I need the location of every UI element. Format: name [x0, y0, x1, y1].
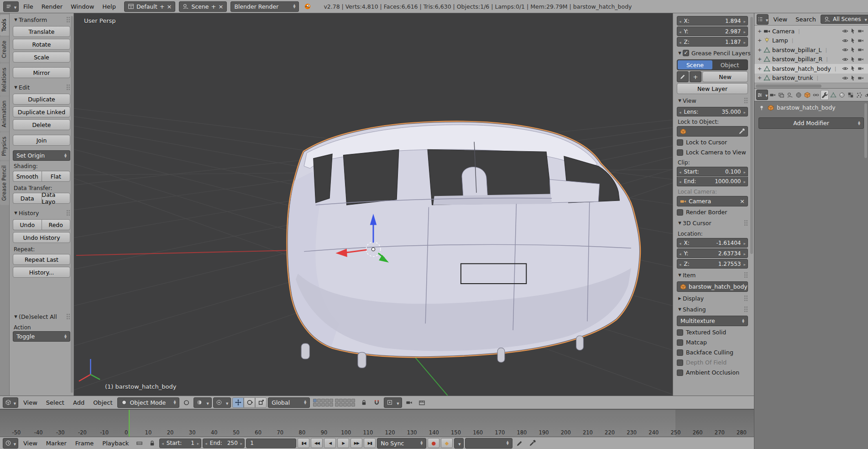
panel-drag-dots[interactable]	[66, 84, 70, 90]
renderability-camera-icon[interactable]	[858, 75, 864, 81]
editor-type-info-button[interactable]	[3, 1, 19, 12]
undo-button[interactable]: Undo	[13, 219, 42, 230]
layer-toggle[interactable]	[343, 403, 347, 407]
lock-frame-button[interactable]	[146, 438, 158, 449]
renderability-camera-icon[interactable]	[858, 65, 864, 72]
panel-drag-dots[interactable]	[744, 295, 748, 301]
panel-header-transform[interactable]: Transform	[13, 14, 70, 25]
render-border-checkbox[interactable]	[677, 209, 683, 216]
current-frame-marker[interactable]	[129, 410, 130, 437]
shade-flat-button[interactable]: Flat	[42, 171, 71, 182]
expander-icon[interactable]	[758, 28, 763, 34]
panel-drag-dots[interactable]	[744, 97, 748, 104]
add-scene-icon[interactable]	[211, 3, 216, 10]
tab-texture-icon[interactable]	[847, 90, 855, 100]
pivot-dropdown[interactable]	[213, 397, 231, 408]
visibility-eye-icon[interactable]	[842, 47, 848, 53]
auto-keyframe-button[interactable]	[441, 438, 453, 448]
keying-set-field[interactable]	[465, 438, 512, 449]
layer-toggle[interactable]	[321, 399, 325, 402]
current-frame-field[interactable]: 1	[246, 438, 296, 448]
tab-tools[interactable]: Tools	[0, 15, 9, 36]
repeat-last-button[interactable]: Repeat Last	[13, 254, 70, 265]
jump-to-end-button[interactable]	[364, 438, 376, 448]
selectability-cursor-icon[interactable]	[850, 75, 856, 81]
viewport-shading-dropdown[interactable]	[193, 397, 211, 408]
selectability-cursor-icon[interactable]	[850, 56, 856, 63]
opengl-render-button[interactable]	[403, 397, 415, 408]
play-reverse-button[interactable]	[324, 438, 336, 448]
outliner-item-label[interactable]: barstow_bpillar_R	[772, 56, 822, 63]
selectability-cursor-icon[interactable]	[850, 28, 856, 34]
clip-start-field[interactable]: Start: 0.100	[677, 167, 748, 176]
visibility-eye-icon[interactable]	[842, 75, 848, 81]
timeline-menu-frame[interactable]: Frame	[72, 440, 98, 447]
layer-toggle[interactable]	[351, 403, 355, 407]
layer-toggle[interactable]	[313, 399, 317, 402]
grease-pencil-checkbox[interactable]	[683, 50, 689, 56]
tab-render-layers-icon[interactable]	[777, 90, 785, 100]
panel-header-history[interactable]: History	[13, 207, 70, 218]
panel-drag-dots[interactable]	[744, 220, 748, 226]
tab-physics[interactable]: Physics	[0, 132, 9, 160]
selectability-cursor-icon[interactable]	[850, 65, 856, 72]
location-z-field[interactable]: Z: 1.187	[677, 37, 748, 47]
expander-icon[interactable]	[758, 75, 763, 81]
increment-arrow-icon[interactable]	[743, 18, 746, 24]
join-button[interactable]: Join	[13, 135, 70, 146]
snap-element-dropdown[interactable]	[384, 397, 402, 408]
layer-toggle[interactable]	[335, 403, 339, 407]
gp-new-button[interactable]: New	[702, 71, 748, 82]
data-button[interactable]: Data	[13, 193, 42, 204]
tab-physics-icon[interactable]	[864, 90, 868, 100]
frame-end-field[interactable]: End: 250	[203, 438, 245, 448]
tab-constraints-icon[interactable]	[812, 90, 820, 100]
decrement-arrow-icon[interactable]	[679, 250, 681, 257]
tab-scene-icon[interactable]	[786, 90, 794, 100]
editor-type-outliner-button[interactable]	[757, 14, 769, 25]
breadcrumb-object-name[interactable]: barstow_hatch_body	[777, 104, 836, 111]
decrement-arrow-icon[interactable]	[679, 240, 681, 246]
properties-scrollbar[interactable]	[864, 103, 867, 158]
depth-of-field-checkbox[interactable]	[677, 359, 683, 366]
layer-toggle[interactable]	[325, 399, 329, 402]
outliner-item-label[interactable]: barstow_hatch_body	[772, 65, 831, 72]
increment-arrow-icon[interactable]	[743, 250, 746, 257]
decrement-arrow-icon[interactable]	[679, 261, 681, 267]
render-engine-dropdown[interactable]: Blender Render	[230, 1, 299, 12]
panel-header-grease-pencil[interactable]: Grease Pencil Layers	[677, 48, 748, 58]
frame-start-field[interactable]: Start: 1	[159, 438, 201, 448]
decrement-arrow-icon[interactable]	[679, 169, 681, 175]
layer-toggle[interactable]	[329, 403, 333, 407]
tab-animation[interactable]: Animation	[0, 96, 9, 132]
expander-icon[interactable]	[758, 37, 763, 43]
undo-history-button[interactable]: Undo History	[13, 232, 70, 243]
add-layout-icon[interactable]	[160, 3, 165, 10]
selectability-cursor-icon[interactable]	[850, 37, 856, 44]
duplicate-linked-button[interactable]: Duplicate Linked	[13, 106, 70, 117]
gp-tab-scene[interactable]: Scene	[678, 60, 712, 69]
toggle-dropdown[interactable]: Toggle	[13, 331, 70, 342]
timeline-menu-marker[interactable]: Marker	[42, 440, 70, 447]
gp-new-layer-button[interactable]: New Layer	[677, 83, 748, 94]
tab-modifiers-icon[interactable]	[821, 90, 829, 100]
sync-dropdown[interactable]: No Sync	[377, 438, 426, 449]
outliner-item-label[interactable]: barstow_bpillar_L	[772, 47, 822, 53]
clear-icon[interactable]	[740, 198, 745, 205]
panel-header-shading[interactable]: Shading	[677, 304, 748, 315]
decrement-arrow-icon[interactable]	[162, 440, 164, 446]
local-camera-field[interactable]: Camera	[677, 196, 748, 206]
visibility-eye-icon[interactable]	[842, 37, 848, 44]
layer-toggle[interactable]	[343, 399, 347, 402]
menu-file[interactable]: File	[20, 3, 37, 10]
screen-layout-selector[interactable]: Default	[124, 1, 176, 12]
panel-header-view[interactable]: View	[677, 95, 748, 106]
outliner-h-scrollbar[interactable]	[754, 83, 868, 88]
increment-arrow-icon[interactable]	[743, 109, 746, 115]
mirror-button[interactable]: Mirror	[13, 67, 70, 78]
renderability-camera-icon[interactable]	[858, 28, 864, 34]
menu-render[interactable]: Render	[38, 3, 66, 10]
tool-shelf-scrollbar[interactable]	[71, 16, 73, 393]
tab-material-icon[interactable]	[838, 90, 846, 100]
outliner-row[interactable]: Lamp|	[754, 36, 868, 46]
